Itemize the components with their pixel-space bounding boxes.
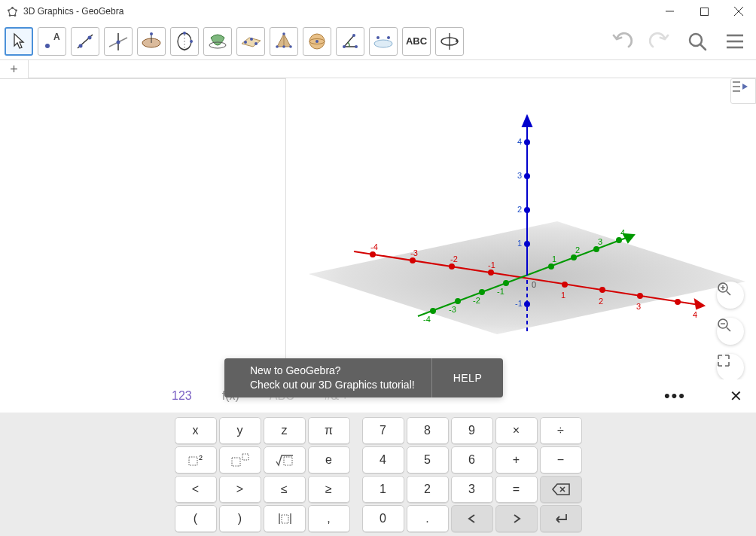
undo-button[interactable] xyxy=(608,28,636,55)
svg-point-90 xyxy=(525,302,529,306)
svg-text:-3: -3 xyxy=(449,305,456,314)
key-9[interactable]: 9 xyxy=(451,417,493,444)
svg-point-76 xyxy=(572,255,576,260)
tutorial-help-button[interactable]: HELP xyxy=(431,358,504,397)
key-2[interactable]: 2 xyxy=(407,476,449,503)
svg-point-25 xyxy=(250,38,253,41)
key-square[interactable]: 2 xyxy=(175,446,217,474)
key-y[interactable]: y xyxy=(219,417,261,444)
svg-point-78 xyxy=(617,238,621,242)
svg-point-38 xyxy=(374,40,392,47)
kbd-tab-123[interactable]: 123 xyxy=(172,389,192,403)
polygon-tool[interactable] xyxy=(137,27,166,56)
key-plus[interactable]: + xyxy=(495,446,538,474)
zoom-out-button[interactable] xyxy=(717,318,744,345)
key-dot[interactable]: . xyxy=(407,505,449,532)
text-tool[interactable]: ABC xyxy=(402,27,431,56)
key-le[interactable]: ≤ xyxy=(264,476,306,503)
key-z[interactable]: z xyxy=(264,417,306,444)
svg-text:3: 3 xyxy=(517,171,522,180)
svg-text:4: 4 xyxy=(517,137,522,146)
key-abs[interactable] xyxy=(264,505,306,532)
key-e[interactable]: e xyxy=(308,446,350,474)
key-sqrt[interactable] xyxy=(264,446,306,474)
home-view-button[interactable] xyxy=(717,354,744,379)
svg-point-75 xyxy=(549,264,553,269)
svg-point-28 xyxy=(282,32,285,35)
key-3[interactable]: 3 xyxy=(451,476,493,503)
key-1[interactable]: 1 xyxy=(362,476,404,503)
key-ge[interactable]: ≥ xyxy=(308,476,350,503)
perpendicular-tool[interactable] xyxy=(104,27,133,56)
key-power[interactable] xyxy=(219,446,261,474)
intersect-curves-tool[interactable] xyxy=(203,27,232,56)
key-5[interactable]: 5 xyxy=(407,446,449,474)
angle-tool[interactable] xyxy=(336,27,364,56)
pyramid-tool[interactable] xyxy=(270,27,298,56)
svg-marker-89 xyxy=(523,116,532,126)
key-comma[interactable]: , xyxy=(308,505,350,532)
key-7[interactable]: 7 xyxy=(362,417,404,444)
3d-graphics-view[interactable]: -4-3-2-1 1234 -4-3-2-1 1234 -1 1234 0 xyxy=(286,78,756,379)
kbd-more-button[interactable]: ••• xyxy=(664,386,686,406)
key-pi[interactable]: π xyxy=(308,417,350,444)
key-4[interactable]: 4 xyxy=(362,446,404,474)
menu-button[interactable] xyxy=(721,28,748,55)
key-6[interactable]: 6 xyxy=(451,446,493,474)
add-view-button[interactable]: + xyxy=(0,60,29,78)
search-button[interactable] xyxy=(684,28,711,55)
svg-rect-110 xyxy=(242,454,248,460)
svg-point-40 xyxy=(387,36,390,39)
svg-point-73 xyxy=(480,290,484,294)
key-backspace[interactable] xyxy=(540,476,582,503)
svg-point-93 xyxy=(525,174,529,178)
virtual-keyboard: x y z π 2 e < > ≤ ≥ ( ) , 7 8 9 × ÷ 4 5 … xyxy=(0,413,756,536)
3d-scene: -4-3-2-1 1234 -4-3-2-1 1234 -1 1234 0 xyxy=(286,78,756,379)
zoom-in-button[interactable] xyxy=(717,282,744,309)
close-window-button[interactable] xyxy=(721,0,756,23)
key-minus[interactable]: − xyxy=(540,446,582,474)
minimize-button[interactable] xyxy=(652,0,687,23)
algebra-view[interactable] xyxy=(0,78,286,379)
maximize-button[interactable] xyxy=(687,0,721,23)
svg-rect-109 xyxy=(232,458,240,466)
key-x[interactable]: x xyxy=(175,417,217,444)
rotate-view-tool[interactable] xyxy=(435,27,464,56)
circle-axis-tool[interactable] xyxy=(170,27,199,56)
svg-point-94 xyxy=(525,140,529,145)
key-gt[interactable]: > xyxy=(219,476,261,503)
sphere-tool[interactable] xyxy=(303,27,331,56)
svg-text:-1: -1 xyxy=(515,299,523,308)
key-lt[interactable]: < xyxy=(175,476,217,503)
svg-rect-107 xyxy=(189,457,197,465)
move-tool[interactable] xyxy=(5,27,33,56)
plane-3points-tool[interactable] xyxy=(236,27,265,56)
svg-point-77 xyxy=(594,247,599,251)
svg-text:2: 2 xyxy=(599,297,603,306)
point-tool[interactable]: A xyxy=(38,27,66,56)
redo-button[interactable] xyxy=(646,28,673,55)
key-left[interactable] xyxy=(451,505,493,532)
key-8[interactable]: 8 xyxy=(407,417,449,444)
key-divide[interactable]: ÷ xyxy=(540,417,582,444)
key-lparen[interactable]: ( xyxy=(175,505,217,532)
key-rparen[interactable]: ) xyxy=(219,505,261,532)
key-right[interactable] xyxy=(495,505,538,532)
work-area: -4-3-2-1 1234 -4-3-2-1 1234 -1 1234 0 xyxy=(0,78,756,379)
key-times[interactable]: × xyxy=(495,417,538,444)
kbd-close-button[interactable]: ✕ xyxy=(730,387,742,405)
svg-point-55 xyxy=(450,264,454,269)
svg-text:1: 1 xyxy=(517,239,522,248)
line-tool[interactable] xyxy=(71,27,99,56)
svg-point-74 xyxy=(504,281,508,285)
input-strip[interactable] xyxy=(29,60,756,78)
reflect-tool[interactable] xyxy=(369,27,398,56)
tutorial-line1: New to GeoGebra? xyxy=(250,364,415,378)
key-enter[interactable] xyxy=(540,505,582,532)
key-equals[interactable]: = xyxy=(495,476,538,503)
kbd-right-block: 7 8 9 × ÷ 4 5 6 + − 1 2 3 = 0 . xyxy=(362,417,582,531)
svg-point-39 xyxy=(376,36,380,39)
svg-rect-111 xyxy=(284,457,292,465)
key-0[interactable]: 0 xyxy=(362,505,404,532)
app-icon xyxy=(6,5,19,18)
